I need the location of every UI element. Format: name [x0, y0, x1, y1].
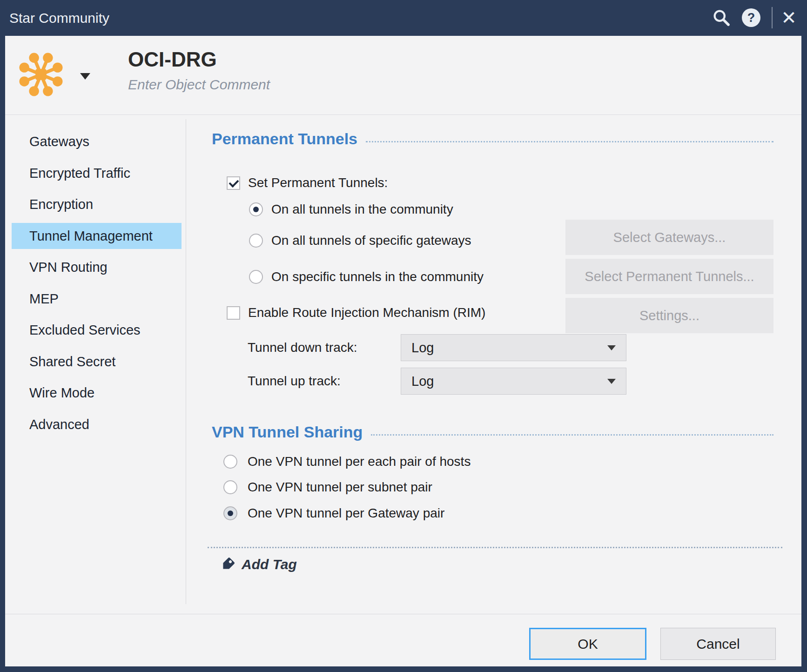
radio-specific-gateways-label: On all tunnels of specific gateways [271, 233, 471, 248]
set-permanent-tunnels-checkbox[interactable] [227, 176, 240, 190]
tunnel-down-track-label: Tunnel down track: [248, 340, 357, 355]
permanent-tunnels-title: Permanent Tunnels [212, 130, 357, 148]
sidebar-item-gateways[interactable]: Gateways [12, 128, 182, 155]
sidebar-item-advanced[interactable]: Advanced [12, 411, 182, 437]
cancel-button[interactable]: Cancel [660, 628, 776, 660]
sidebar-item-excluded-services[interactable]: Excluded Services [12, 317, 182, 343]
tunnel-down-track-row: Tunnel down track: [248, 338, 357, 357]
sidebar-item-wire-mode[interactable]: Wire Mode [12, 380, 182, 406]
titlebar: Star Community ? ✕ [0, 0, 807, 36]
sidebar-item-encrypted-traffic[interactable]: Encrypted Traffic [12, 160, 182, 186]
titlebar-separator [772, 7, 773, 28]
vpn-tunnel-sharing-section-header: VPN Tunnel Sharing [212, 423, 773, 441]
tunnel-down-track-value: Log [411, 340, 434, 356]
sidebar-item-shared-secret[interactable]: Shared Secret [12, 349, 182, 375]
sidebar-item-tunnel-management[interactable]: Tunnel Management [12, 223, 182, 249]
set-permanent-tunnels-row: Set Permanent Tunnels: [227, 174, 388, 192]
object-comment-field[interactable]: Enter Object Comment [128, 77, 270, 93]
radio-tunnel-per-host-pair-label: One VPN tunnel per each pair of hosts [248, 454, 471, 469]
tunnel-up-track-label: Tunnel up track: [248, 374, 341, 389]
dotted-leader [371, 434, 773, 436]
permanent-tunnels-section-header: Permanent Tunnels [212, 130, 773, 148]
vpn-tunnel-sharing-title: VPN Tunnel Sharing [212, 423, 363, 441]
help-glyph: ? [747, 11, 755, 25]
sidebar-nav: Gateways Encrypted Traffic Encryption Tu… [5, 115, 186, 613]
radio-tunnel-per-gateway-pair-label: One VPN tunnel per Gateway pair [248, 506, 444, 521]
select-gateways-button[interactable]: Select Gateways... [565, 220, 773, 255]
radio-all-tunnels-community[interactable] [249, 202, 263, 216]
radio-specific-tunnels-label: On specific tunnels in the community [271, 269, 484, 284]
dialog-footer: OK Cancel [5, 614, 801, 666]
dropdown-caret-icon [607, 379, 616, 384]
radio-tunnel-per-subnet-pair-label: One VPN tunnel per subnet pair [248, 480, 432, 495]
select-permanent-tunnels-button[interactable]: Select Permanent Tunnels... [565, 259, 773, 294]
ok-button[interactable]: OK [529, 628, 646, 660]
sidebar-item-vpn-routing[interactable]: VPN Routing [12, 254, 182, 280]
search-icon[interactable] [711, 7, 732, 28]
radio-tunnel-per-host-pair[interactable] [223, 455, 237, 469]
sidebar-item-mep[interactable]: MEP [12, 286, 182, 312]
dotted-leader [366, 141, 773, 142]
radio-tunnel-per-subnet-pair[interactable] [223, 480, 237, 494]
tunnel-up-track-value: Log [411, 374, 434, 389]
add-tag-button[interactable]: Add Tag [219, 556, 297, 573]
star-community-dialog: Star Community ? ✕ [0, 0, 807, 672]
radio-row-specific-gateways: On all tunnels of specific gateways [249, 231, 471, 250]
close-glyph: ✕ [781, 7, 797, 28]
tag-icon [219, 556, 236, 573]
rim-checkbox[interactable] [227, 306, 240, 320]
radio-tunnel-per-gateway-pair[interactable] [223, 506, 237, 520]
sidebar-divider [186, 119, 186, 604]
radio-row-gateway-pair: One VPN tunnel per Gateway pair [223, 504, 444, 523]
dialog-body: OCI-DRG Enter Object Comment Gateways En… [5, 36, 801, 666]
rim-label: Enable Route Injection Mechanism (RIM) [248, 305, 485, 320]
tunnel-down-track-dropdown[interactable]: Log [401, 334, 626, 361]
content-divider [208, 547, 782, 548]
rim-row: Enable Route Injection Mechanism (RIM) [227, 303, 485, 322]
dropdown-caret-icon [607, 345, 616, 350]
sidebar-item-encryption[interactable]: Encryption [12, 191, 182, 217]
window-title: Star Community [9, 0, 109, 36]
radio-specific-gateways[interactable] [249, 234, 263, 248]
object-icon-dropdown-caret[interactable] [80, 73, 90, 80]
object-header: OCI-DRG Enter Object Comment [5, 36, 801, 115]
tunnel-up-track-row: Tunnel up track: [248, 372, 341, 390]
radio-row-pair-of-hosts: One VPN tunnel per each pair of hosts [223, 452, 471, 471]
close-icon[interactable]: ✕ [778, 7, 800, 29]
object-name: OCI-DRG [128, 48, 217, 71]
star-community-cluster-icon [15, 50, 67, 99]
add-tag-label: Add Tag [242, 557, 297, 572]
radio-row-specific-tunnels: On specific tunnels in the community [249, 268, 484, 286]
rim-settings-button[interactable]: Settings... [565, 298, 773, 333]
radio-row-all-tunnels: On all tunnels in the community [249, 200, 453, 219]
radio-row-subnet-pair: One VPN tunnel per subnet pair [223, 478, 432, 497]
tunnel-up-track-dropdown[interactable]: Log [401, 368, 626, 395]
radio-all-tunnels-community-label: On all tunnels in the community [271, 202, 453, 217]
set-permanent-tunnels-label: Set Permanent Tunnels: [248, 175, 388, 190]
radio-specific-tunnels[interactable] [249, 270, 263, 284]
help-icon[interactable]: ? [742, 8, 760, 27]
